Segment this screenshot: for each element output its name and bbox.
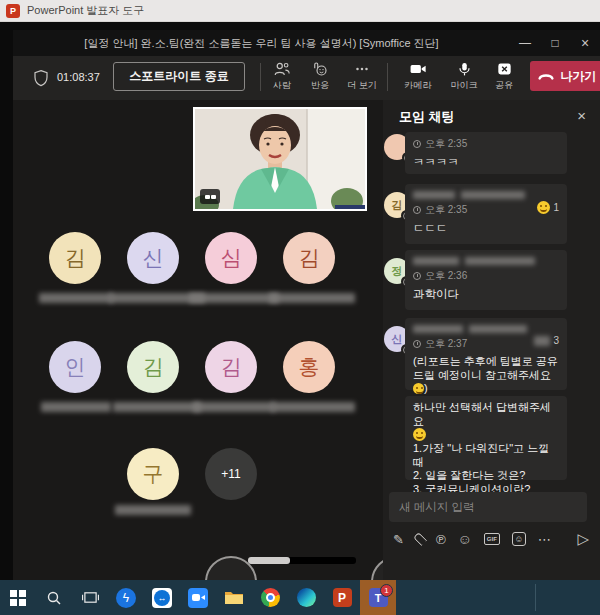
sender-name-redacted: [465, 257, 535, 265]
taskbar-app-zoom[interactable]: [180, 580, 216, 615]
search-icon: [46, 590, 62, 606]
clipped-avatar: [371, 556, 383, 580]
new-message-input[interactable]: 새 메시지 입력: [389, 492, 587, 522]
stage-scrollbar-thumb[interactable]: [248, 557, 290, 564]
end-spotlight-button[interactable]: 스포트라이트 종료: [113, 62, 245, 91]
compose-toolbar: ✎ ℗ ☺ GIF ☺ ⋯ ▷: [393, 530, 589, 548]
meeting-chat-panel: 모임 채팅 × 오후 2:35 ㅋㅋㅋㅋ 김 오후 2:35 1 ㄷㄷㄷ 정 오…: [383, 100, 600, 580]
message-time: 오후 2:35: [425, 137, 467, 151]
reaction-chip[interactable]: 3: [534, 335, 559, 346]
participant-avatar: 구: [127, 448, 179, 500]
chat-message: 오후 2:35 ㅋㅋㅋㅋ: [405, 132, 567, 174]
leave-label: 나가기: [561, 68, 597, 85]
meeting-stage: 김 신 심 김 인 김 김 홍 구 +11: [13, 100, 383, 580]
reaction-chip[interactable]: 1: [537, 201, 559, 214]
input-placeholder: 새 메시지 입력: [399, 500, 474, 515]
meeting-toolbar: 01:08:37 스포트라이트 종료 사람 반응 더 보기 카메라 마이크 공유: [13, 56, 600, 100]
taskbar-app-edge[interactable]: [288, 580, 324, 615]
shield-icon: [33, 69, 49, 87]
participant-name-redacted: [193, 402, 275, 412]
more-button[interactable]: 더 보기: [343, 61, 381, 92]
people-button[interactable]: 사람: [265, 61, 299, 92]
participant-name-redacted: [113, 402, 201, 412]
taskbar-app-chrome[interactable]: [252, 580, 288, 615]
teamviewer-icon: ↔: [152, 588, 172, 608]
camera-label: 카메라: [405, 79, 432, 92]
participant-name-redacted: [189, 293, 279, 303]
powerpoint-titlebar: P PowerPoint 발표자 도구: [0, 0, 600, 22]
close-icon[interactable]: ×: [570, 30, 600, 56]
reactions-button[interactable]: 반응: [303, 61, 337, 92]
participant-avatar: 심: [205, 232, 257, 284]
start-button[interactable]: [0, 580, 36, 615]
reaction-emoji-redacted: [534, 336, 550, 346]
minimize-icon[interactable]: —: [510, 30, 540, 56]
send-icon[interactable]: ▷: [577, 530, 589, 548]
taskbar-app-powerpoint[interactable]: P: [324, 580, 360, 615]
clock-icon: [413, 340, 421, 348]
clock-icon: [413, 272, 421, 280]
chat-close-icon[interactable]: ×: [577, 107, 586, 124]
stop-share-button[interactable]: 공유: [487, 61, 521, 92]
sender-name-redacted: [469, 325, 527, 333]
more-dots-icon: [353, 61, 371, 77]
powerpoint-icon: P: [6, 4, 20, 18]
attach-icon[interactable]: [416, 533, 424, 545]
taskbar-app-lightning[interactable]: ϟ: [108, 580, 144, 615]
reactions-icon: [311, 61, 329, 77]
message-text: 하나만 선택해서 답변해주세요 1.가장 "나 다워진다"고 느낄 때 2. 일…: [413, 401, 559, 496]
task-view-button[interactable]: [72, 580, 108, 615]
taskbar-file-explorer[interactable]: [216, 580, 252, 615]
participant-name-redacted: [115, 505, 191, 515]
sender-name-redacted: [413, 325, 463, 333]
clock-icon: [413, 206, 421, 214]
taskbar-app-teams[interactable]: T 1: [360, 580, 396, 615]
zoom-icon: [188, 588, 208, 608]
participant-avatar: 인: [49, 341, 101, 393]
more-label: 더 보기: [347, 79, 377, 92]
participant-name-redacted: [39, 293, 113, 303]
toolbar-divider: [387, 63, 388, 91]
praise-icon[interactable]: ℗: [436, 532, 446, 547]
meeting-window-titlebar: [일정 안내] 완.소.팀(완전 소름돋는 우리 팀 사용 설명서) [Symo…: [13, 30, 600, 56]
file-explorer-icon: [224, 590, 244, 606]
participant-avatar: 김: [49, 232, 101, 284]
spotlight-video-tile[interactable]: [193, 107, 367, 211]
powerpoint-taskbar-icon: P: [333, 588, 352, 607]
stage-scrollbar[interactable]: [248, 557, 356, 564]
overflow-participants-circle[interactable]: +11: [205, 448, 257, 500]
emoji-icon[interactable]: ☺: [458, 531, 472, 547]
sender-name-redacted: [413, 257, 459, 265]
chat-title: 모임 채팅: [399, 108, 455, 126]
windows-taskbar: ϟ ↔ P T 1: [0, 580, 600, 615]
maximize-icon[interactable]: □: [540, 30, 570, 56]
participant-avatar: 김: [283, 232, 335, 284]
edge-icon: [297, 588, 316, 607]
participant-name-redacted: [271, 402, 355, 412]
mic-button[interactable]: 마이크: [445, 61, 483, 92]
sticker-icon[interactable]: ☺: [512, 532, 526, 546]
participant-name-redacted: [269, 293, 355, 303]
teams-notification-badge: 1: [380, 584, 393, 597]
taskbar-app-teamviewer[interactable]: ↔: [144, 580, 180, 615]
participant-avatar: 김: [127, 341, 179, 393]
people-label: 사람: [273, 79, 291, 92]
message-text: ㄷㄷㄷ: [413, 221, 559, 236]
format-icon[interactable]: ✎: [393, 532, 404, 547]
camera-icon: [409, 61, 428, 77]
sender-name-redacted: [461, 191, 525, 199]
gif-icon[interactable]: GIF: [484, 533, 500, 545]
camera-button[interactable]: 카메라: [398, 61, 438, 92]
share-label: 공유: [495, 79, 513, 92]
meeting-timer: 01:08:37: [57, 71, 100, 83]
video-view-icon[interactable]: [200, 189, 220, 204]
taskbar-search-button[interactable]: [36, 580, 72, 615]
presenter-video: [195, 109, 365, 209]
reaction-count: 1: [553, 202, 559, 213]
chat-message: 오후 2:37 3 (리포트는 추후에 팀별로 공유드릴 예정이니 참고해주세요…: [405, 318, 567, 390]
leave-button[interactable]: 나가기: [530, 61, 600, 91]
reactions-label: 반응: [311, 79, 329, 92]
stop-share-icon: [496, 61, 513, 77]
message-text: ㅋㅋㅋㅋ: [413, 155, 559, 170]
compose-more-icon[interactable]: ⋯: [538, 532, 551, 547]
